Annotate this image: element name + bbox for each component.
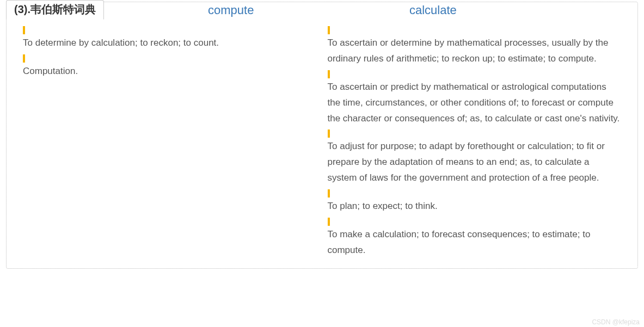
compute-definition: Computation. xyxy=(23,64,311,79)
entry-marker-icon xyxy=(328,70,330,78)
header-word-compute: compute xyxy=(208,3,254,17)
entry-marker-icon xyxy=(328,129,330,138)
calculate-entry: To plan; to expect; to think. xyxy=(328,189,622,214)
dictionary-panel: (3).韦伯斯特词典 compute calculate To determin… xyxy=(6,2,638,269)
calculate-definition: To ascertain or predict by mathematical … xyxy=(328,79,622,127)
content-area: To determine by calculation; to reckon; … xyxy=(7,20,637,268)
calculate-definition: To ascertain or determine by mathematica… xyxy=(328,35,622,67)
calculate-entry: To ascertain or predict by mathematical … xyxy=(328,70,622,127)
watermark: CSDN @kfepiza xyxy=(592,318,640,326)
header-word-calculate: calculate xyxy=(409,3,457,17)
compute-definition: To determine by calculation; to reckon; … xyxy=(23,35,311,51)
calculate-entry: To ascertain or determine by mathematica… xyxy=(328,26,622,67)
right-column: To ascertain or determine by mathematica… xyxy=(322,26,638,262)
entry-marker-icon xyxy=(328,189,330,198)
entry-marker-icon xyxy=(328,218,330,226)
calculate-definition: To make a calculation; to forecast conse… xyxy=(328,227,622,258)
compute-entry: To determine by calculation; to reckon; … xyxy=(23,26,311,51)
header-row: (3).韦伯斯特词典 compute calculate xyxy=(7,2,637,20)
dictionary-tab[interactable]: (3).韦伯斯特词典 xyxy=(6,0,104,20)
entry-marker-icon xyxy=(328,26,330,34)
left-column: To determine by calculation; to reckon; … xyxy=(7,26,322,262)
calculate-definition: To adjust for purpose; to adapt by foret… xyxy=(328,139,622,186)
calculate-entry: To adjust for purpose; to adapt by foret… xyxy=(328,129,622,186)
calculate-entry: To make a calculation; to forecast conse… xyxy=(328,218,622,258)
calculate-definition: To plan; to expect; to think. xyxy=(328,199,622,214)
entry-marker-icon xyxy=(23,26,25,34)
entry-marker-icon xyxy=(23,54,25,63)
compute-entry: Computation. xyxy=(23,54,311,79)
